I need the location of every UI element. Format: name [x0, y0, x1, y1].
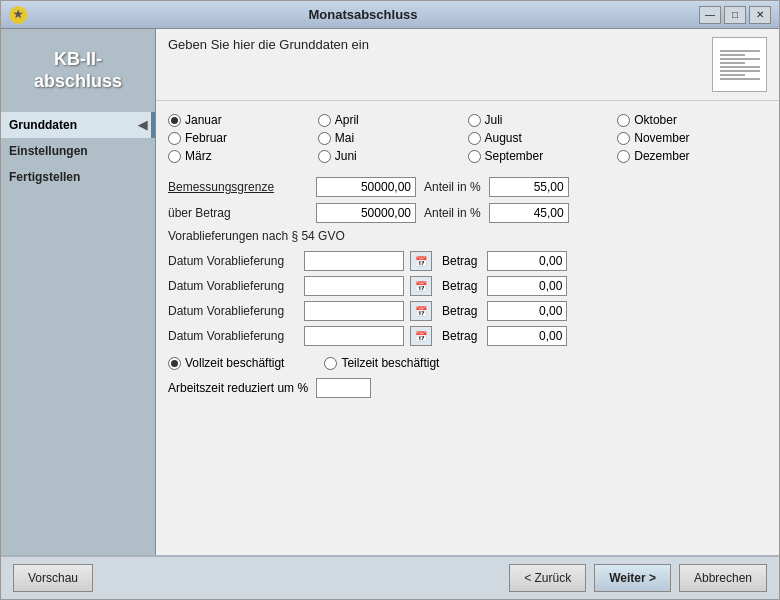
month-august-label: August	[485, 131, 522, 145]
document-preview	[712, 37, 767, 92]
calendar-btn-4[interactable]: 📅	[410, 326, 432, 346]
doc-line-8	[720, 78, 760, 80]
month-juni[interactable]: Juni	[318, 149, 468, 163]
month-februar-label: Februar	[185, 131, 227, 145]
month-maerz-label: März	[185, 149, 212, 163]
radio-november[interactable]	[617, 132, 630, 145]
anteil-input-2[interactable]	[489, 203, 569, 223]
radio-maerz[interactable]	[168, 150, 181, 163]
main-header: Geben Sie hier die Grunddaten ein	[156, 29, 779, 101]
sidebar-item-grunddaten[interactable]: Grunddaten ◀	[1, 112, 155, 138]
radio-juni[interactable]	[318, 150, 331, 163]
sidebar-item-fertigstellen[interactable]: Fertigstellen	[1, 164, 155, 190]
maximize-button[interactable]: □	[724, 6, 746, 24]
sidebar-item-label: Fertigstellen	[9, 170, 80, 184]
radio-vollzeit[interactable]	[168, 357, 181, 370]
month-dezember[interactable]: Dezember	[617, 149, 767, 163]
month-januar[interactable]: Januar	[168, 113, 318, 127]
month-januar-label: Januar	[185, 113, 222, 127]
ueber-betrag-label: über Betrag	[168, 206, 308, 220]
doc-lines-container	[716, 46, 764, 84]
month-november[interactable]: November	[617, 131, 767, 145]
anteil-input-1[interactable]	[489, 177, 569, 197]
betrag-label-3: Betrag	[442, 304, 477, 318]
vorschau-button[interactable]: Vorschau	[13, 564, 93, 592]
month-maerz[interactable]: März	[168, 149, 318, 163]
arbeitszeit-input[interactable]	[316, 378, 371, 398]
calendar-btn-1[interactable]: 📅	[410, 251, 432, 271]
vorab-date-1[interactable]	[304, 251, 404, 271]
vorab-betrag-1[interactable]	[487, 251, 567, 271]
month-oktober-label: Oktober	[634, 113, 677, 127]
window-controls: — □ ✕	[699, 6, 771, 24]
radio-oktober[interactable]	[617, 114, 630, 127]
bemessungsgrenze-row: Bemessungsgrenze Anteil in %	[168, 177, 767, 197]
sidebar-item-label: Einstellungen	[9, 144, 88, 158]
radio-mai[interactable]	[318, 132, 331, 145]
month-april[interactable]: April	[318, 113, 468, 127]
radio-september[interactable]	[468, 150, 481, 163]
month-september[interactable]: September	[468, 149, 618, 163]
doc-line-5	[720, 66, 760, 68]
ueber-betrag-input[interactable]	[316, 203, 416, 223]
sidebar-arrow-icon: ◀	[138, 118, 147, 132]
vorab-date-3[interactable]	[304, 301, 404, 321]
radio-juli[interactable]	[468, 114, 481, 127]
calendar-btn-3[interactable]: 📅	[410, 301, 432, 321]
footer-right: < Zurück Weiter > Abbrechen	[509, 564, 767, 592]
month-oktober[interactable]: Oktober	[617, 113, 767, 127]
zurueck-button[interactable]: < Zurück	[509, 564, 586, 592]
vollzeit-option[interactable]: Vollzeit beschäftigt	[168, 356, 284, 370]
months-grid: Januar April Juli Oktober	[168, 113, 767, 163]
radio-april[interactable]	[318, 114, 331, 127]
vollzeit-label: Vollzeit beschäftigt	[185, 356, 284, 370]
radio-teilzeit[interactable]	[324, 357, 337, 370]
teilzeit-option[interactable]: Teilzeit beschäftigt	[324, 356, 439, 370]
vorab-label-4: Datum Vorablieferung	[168, 329, 298, 343]
month-juni-label: Juni	[335, 149, 357, 163]
vorab-betrag-2[interactable]	[487, 276, 567, 296]
bemessungsgrenze-input[interactable]	[316, 177, 416, 197]
form-content: Januar April Juli Oktober	[156, 101, 779, 555]
sidebar-item-label: Grunddaten	[9, 118, 77, 132]
minimize-button[interactable]: —	[699, 6, 721, 24]
radio-dezember[interactable]	[617, 150, 630, 163]
ueber-betrag-row: über Betrag Anteil in %	[168, 203, 767, 223]
window-icon: ★	[9, 6, 27, 24]
vorab-betrag-4[interactable]	[487, 326, 567, 346]
sidebar-nav: Grunddaten ◀ Einstellungen Fertigstellen	[1, 112, 155, 190]
abbrechen-button[interactable]: Abbrechen	[679, 564, 767, 592]
betrag-label-1: Betrag	[442, 254, 477, 268]
month-august[interactable]: August	[468, 131, 618, 145]
month-mai[interactable]: Mai	[318, 131, 468, 145]
vorab-date-4[interactable]	[304, 326, 404, 346]
header-text: Geben Sie hier die Grunddaten ein	[168, 37, 369, 52]
month-dezember-label: Dezember	[634, 149, 689, 163]
vorablieferungen-title: Vorablieferungen nach § 54 GVO	[168, 229, 767, 243]
close-button[interactable]: ✕	[749, 6, 771, 24]
sidebar-item-einstellungen[interactable]: Einstellungen	[1, 138, 155, 164]
window-title: Monatsabschluss	[27, 7, 699, 22]
betrag-label-2: Betrag	[442, 279, 477, 293]
month-juli[interactable]: Juli	[468, 113, 618, 127]
weiter-button[interactable]: Weiter >	[594, 564, 671, 592]
month-september-label: September	[485, 149, 544, 163]
radio-januar[interactable]	[168, 114, 181, 127]
radio-februar[interactable]	[168, 132, 181, 145]
month-juli-label: Juli	[485, 113, 503, 127]
month-februar[interactable]: Februar	[168, 131, 318, 145]
employment-row: Vollzeit beschäftigt Teilzeit beschäftig…	[168, 356, 767, 370]
doc-line-4	[720, 62, 745, 64]
sidebar: KB-II-abschluss Grunddaten ◀ Einstellung…	[1, 29, 156, 555]
vorab-betrag-3[interactable]	[487, 301, 567, 321]
vorab-row-4: Datum Vorablieferung 📅 Betrag	[168, 326, 767, 346]
content-area: KB-II-abschluss Grunddaten ◀ Einstellung…	[1, 29, 779, 555]
radio-august[interactable]	[468, 132, 481, 145]
vorab-row-2: Datum Vorablieferung 📅 Betrag	[168, 276, 767, 296]
vorab-date-2[interactable]	[304, 276, 404, 296]
calendar-btn-2[interactable]: 📅	[410, 276, 432, 296]
betrag-label-4: Betrag	[442, 329, 477, 343]
month-november-label: November	[634, 131, 689, 145]
month-april-label: April	[335, 113, 359, 127]
vorab-row-1: Datum Vorablieferung 📅 Betrag	[168, 251, 767, 271]
